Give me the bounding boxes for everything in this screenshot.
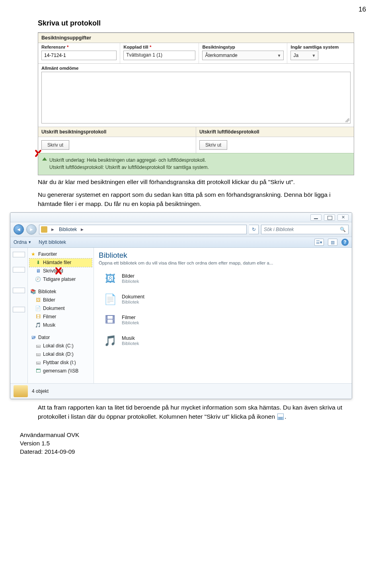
section-heading: Skriva ut protokoll (38, 19, 354, 27)
main-subtitle: Öppna ett bibliotek om du vill visa dina… (99, 261, 347, 265)
status-text: 4 objekt (32, 388, 49, 394)
crumb-label: Bibliotek (59, 227, 77, 232)
library-bilder[interactable]: 🖼 BilderBibliotek (103, 271, 347, 286)
page-number: 16 (0, 0, 382, 15)
nav-gemensam[interactable]: 🗔gemensam (\\SB (29, 367, 92, 375)
print-column-icon (277, 414, 284, 420)
footer-line-3: Daterad: 2014-09-09 (20, 447, 382, 456)
nav-bilder[interactable]: 🖼Bilder (29, 296, 92, 304)
folder-icon (41, 226, 47, 233)
nav-hamtade-filer[interactable]: ⬇Hämtade filer (29, 259, 92, 267)
triangle-up-icon (42, 157, 47, 161)
kopplad-value: Tvättstugan 1 (1) (123, 51, 195, 60)
toolbar: Ordna ▼ Nytt bibliotek ☰▾ ▥ ? (10, 237, 352, 248)
main-pane: Bibliotek Öppna ett bibliotek om du vill… (94, 248, 352, 383)
ref-label: Referensnr (41, 45, 117, 49)
info-line-2: Utskrift luftflödesprotokoll: Utskrift a… (49, 164, 350, 171)
pictures-icon: 🖼 (103, 271, 118, 286)
library-dokument[interactable]: 📄 DokumentBibliotek (103, 292, 347, 307)
print-left-title: Utskrift besiktningsprotokoll (38, 127, 196, 137)
minimize-button[interactable] (310, 214, 322, 221)
nav-favoriter[interactable]: ★Favoriter (29, 250, 92, 259)
print-right-title: Utskrift luftflödesprotokoll (196, 127, 354, 137)
info-box: Utskrift underlag: Hela besiktningen uta… (38, 153, 354, 175)
chevron-down-icon: ▼ (312, 53, 316, 58)
allmant-textarea[interactable] (41, 72, 351, 123)
kopplad-label: Kopplad till (123, 45, 195, 49)
resize-handle-icon[interactable] (345, 118, 349, 122)
ingar-value: Ja (293, 53, 298, 58)
chevron-right-icon: ▶ (81, 227, 84, 231)
form-screenshot: Besiktningsuppgifter Referensnr Kopplad … (38, 32, 354, 175)
folder-icon (14, 385, 28, 397)
allmant-label: Allmänt omdöme (38, 63, 354, 72)
search-input[interactable]: Sök i Bibliotek 🔍 (261, 225, 349, 234)
preview-pane-button[interactable]: ▥ (328, 239, 337, 246)
section-bar-besiktning: Besiktningsuppgifter (38, 33, 354, 43)
search-placeholder: Sök i Bibliotek (264, 227, 294, 232)
explorer-screenshot: ✕ ◄ ► ▶ Bibliotek ▶ ↻ Sök i Bibliotek 🔍 … (10, 212, 352, 399)
annotation-x-icon (54, 267, 62, 275)
ingar-select[interactable]: Ja ▼ (290, 51, 318, 60)
nav-musik[interactable]: 🎵Musik (29, 321, 92, 329)
skriv-ut-left-button[interactable]: Skriv ut (41, 140, 69, 150)
chevron-right-icon: ▶ (51, 227, 54, 231)
refresh-button[interactable]: ↻ (249, 225, 259, 234)
chevron-down-icon: ▼ (277, 53, 281, 58)
info-line-1: Utskrift underlag: Hela besiktningen uta… (49, 157, 350, 164)
view-button[interactable]: ☰▾ (314, 239, 324, 246)
footer-line-1: Användarmanual OVK (20, 431, 382, 439)
music-icon: 🎵 (103, 333, 118, 348)
ingar-label: Ingår samtliga system (290, 45, 351, 49)
back-button[interactable]: ◄ (14, 224, 24, 235)
nav-disk-c[interactable]: 🖴Lokal disk (C:) (29, 342, 92, 350)
nav-disk-d[interactable]: 🖴Lokal disk (D:) (29, 350, 92, 359)
skriv-ut-right-button[interactable]: Skriv ut (199, 140, 227, 150)
maximize-button[interactable] (324, 214, 335, 221)
nav-filmer[interactable]: 🎞Filmer (29, 313, 92, 321)
window-titlebar: ✕ (10, 213, 352, 222)
paragraph-3: Att ta fram rapporten kan ta litet tid b… (38, 403, 354, 421)
nav-tidigare[interactable]: 🕘Tidigare platser (29, 275, 92, 284)
nav-disk-i[interactable]: 🖴Flyttbar disk (I:) (29, 359, 92, 367)
breadcrumb[interactable]: ▶ Bibliotek ▶ (39, 225, 247, 234)
library-filmer[interactable]: 🎞 FilmerBibliotek (103, 312, 347, 327)
main-title: Bibliotek (99, 251, 347, 260)
paragraph-2: Nu genererar systemet en rapport som du … (38, 190, 354, 208)
typ-value: Återkommande (205, 53, 237, 58)
paragraph-1: När du är klar med besiktningen eller vi… (38, 178, 354, 186)
library-musik[interactable]: 🎵 MusikBibliotek (103, 333, 347, 348)
status-bar: 4 objekt (10, 383, 352, 399)
documents-icon: 📄 (103, 292, 118, 307)
chevron-down-icon: ▼ (28, 240, 31, 244)
ref-input[interactable] (41, 51, 117, 60)
help-button[interactable]: ? (341, 239, 349, 246)
ordna-menu[interactable]: Ordna ▼ (14, 239, 31, 245)
nytt-bibliotek-button[interactable]: Nytt bibliotek (39, 239, 66, 245)
left-gutter (10, 248, 28, 383)
close-button[interactable]: ✕ (337, 214, 349, 221)
typ-select[interactable]: Återkommande ▼ (202, 51, 284, 60)
videos-icon: 🎞 (103, 312, 118, 327)
nav-dokument[interactable]: 📄Dokument (29, 304, 92, 313)
nav-row: ◄ ► ▶ Bibliotek ▶ ↻ Sök i Bibliotek 🔍 (10, 222, 352, 237)
footer-line-2: Version 1.5 (20, 439, 382, 447)
forward-button[interactable]: ► (26, 224, 37, 235)
nav-dator[interactable]: 🖳Dator (29, 333, 92, 342)
nav-bibliotek[interactable]: 📚Bibliotek (29, 288, 92, 296)
typ-label: Besiktningstyp (202, 45, 284, 49)
search-icon: 🔍 (340, 227, 346, 232)
